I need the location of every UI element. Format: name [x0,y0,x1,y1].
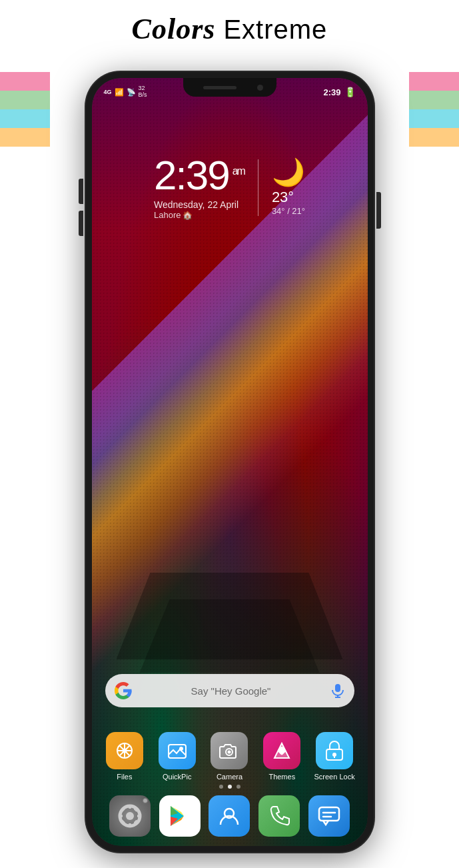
svg-rect-21 [129,805,131,809]
stripe-green-right [409,91,459,109]
color-stripes-left [0,72,50,147]
phone-screen: 4G 📶 📡 32B/s 2:39 🔋 2:39am Wednesday, 22… [92,78,368,846]
notch-camera [257,85,263,91]
svg-point-20 [126,812,134,820]
stripe-orange-right [409,128,459,147]
weather-range: 34° / 21° [272,206,305,216]
clock-ampm: am [232,165,244,177]
svg-point-8 [122,748,127,753]
themes-icon [263,732,300,769]
phone-frame: 4G 📶 📡 32B/s 2:39 🔋 2:39am Wednesday, 22… [86,72,374,852]
quickpic-label: QuickPic [163,773,191,781]
signal-bars-icon: 📶 [115,88,124,97]
title-extreme: Extreme [223,15,327,44]
home-icon: 🏠 [183,211,193,220]
color-stripes-right [409,72,459,147]
playstore-icon [168,804,192,828]
phone-icon [268,805,290,827]
app-row: Files QuickPic [92,732,368,781]
dock-contacts[interactable] [209,795,250,837]
location-name: Lahore [154,210,181,220]
search-bar[interactable]: Say "Hey Google" [105,674,354,707]
search-placeholder: Say "Hey Google" [139,685,324,697]
data-speed: 32B/s [139,85,147,99]
dot-1 [219,785,223,789]
notch-speaker [203,86,236,89]
power-button[interactable] [376,192,381,229]
files-label: Files [117,773,132,781]
stripe-pink-right [409,72,459,91]
status-time: 2:39 [323,87,340,97]
dot-2-active [228,785,232,789]
app-item-camera[interactable]: Camera [205,732,253,781]
clock-date: Wednesday, 22 April [154,199,244,210]
svg-rect-23 [119,815,123,817]
stripe-orange-left [0,128,50,147]
clock-left: 2:39am Wednesday, 22 April Lahore 🏠 [154,155,258,220]
signal-4g: 4G [104,89,112,95]
themes-label: Themes [268,773,295,781]
stripe-pink-left [0,72,50,91]
camera-icon [211,732,248,769]
svg-rect-24 [137,815,141,817]
app-item-files[interactable]: Files [101,732,149,781]
quickpic-icon [159,732,196,769]
clock-time-display: 2:39am [154,155,244,196]
wifi-icon: 📡 [127,88,136,97]
clock-right: 🌙 23° 34° / 21° [258,159,305,216]
dock-messages[interactable] [308,795,350,837]
dock-phone[interactable] [258,795,300,837]
clock-widget: 2:39am Wednesday, 22 April Lahore 🏠 🌙 23… [92,155,368,220]
volume-up-button[interactable] [79,179,83,204]
svg-point-12 [228,750,231,753]
phone-wrapper: 4G 📶 📡 32B/s 2:39 🔋 2:39am Wednesday, 22… [86,72,374,852]
google-logo-icon [115,682,132,699]
status-right: 2:39 🔋 [323,87,355,97]
mic-icon[interactable] [330,683,345,698]
dot-3 [236,785,240,789]
app-item-quickpic[interactable]: QuickPic [153,732,201,781]
messages-icon [318,805,340,827]
dock-settings[interactable] [109,795,151,837]
app-item-themes[interactable]: Themes [258,732,306,781]
dock-playstore[interactable] [159,795,201,837]
page-title: Colors Extreme [0,0,459,51]
svg-rect-22 [129,823,131,827]
page-dots [92,785,368,789]
contacts-icon [218,805,240,827]
app-item-screenlock[interactable]: Screen Lock [310,732,358,781]
stripe-cyan-right [409,109,459,128]
svg-rect-0 [335,684,340,692]
volume-down-button[interactable] [79,211,83,236]
notch [183,78,276,97]
clock-location: Lahore 🏠 [154,210,244,220]
status-left: 4G 📶 📡 32B/s [104,85,147,99]
settings-badge [143,798,148,803]
battery-icon: 🔋 [344,87,356,97]
title-colors: Colors [132,13,216,45]
screenlock-label: Screen Lock [314,773,355,781]
weather-temp: 23° [272,189,305,206]
weather-icon: 🌙 [272,159,305,185]
files-icon [106,732,143,769]
stripe-green-left [0,91,50,109]
clock-time: 2:39 [154,152,229,198]
stripe-cyan-left [0,109,50,128]
screenlock-icon [316,732,353,769]
camera-label: Camera [217,773,242,781]
svg-point-10 [179,747,183,751]
svg-rect-30 [319,807,339,821]
settings-gear-icon [117,803,143,829]
dock [92,795,368,837]
